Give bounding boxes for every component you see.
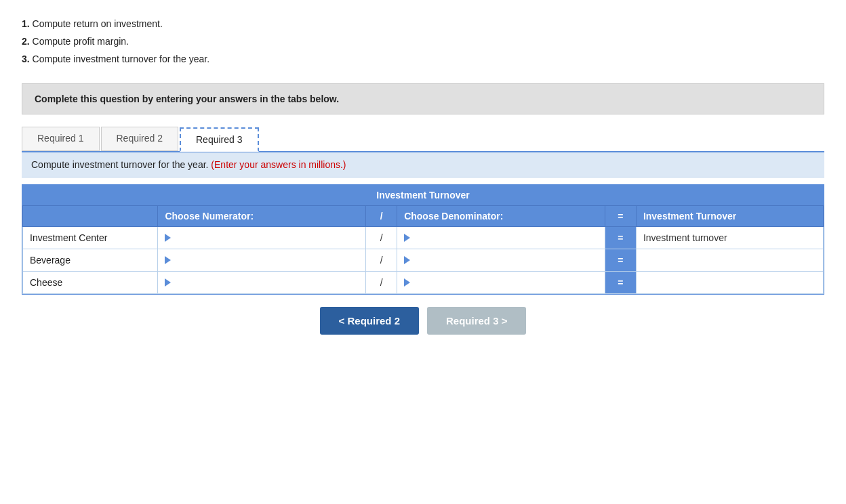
denominator-input-investment-center[interactable] xyxy=(413,231,598,245)
table-header-row: Choose Numerator: / Choose Denominator: … xyxy=(23,206,824,227)
equals-beverage: = xyxy=(605,249,636,272)
numerator-cell-investment-center[interactable] xyxy=(158,227,366,249)
slash-beverage: / xyxy=(366,249,397,272)
numerator-input-investment-center[interactable] xyxy=(174,231,359,245)
col-header-slash: / xyxy=(366,206,397,227)
numerator-input-beverage[interactable] xyxy=(174,253,359,267)
triangle-icon xyxy=(404,256,410,264)
col-header-numerator: Choose Numerator: xyxy=(158,206,366,227)
table-row: Beverage / = xyxy=(23,249,824,272)
col-header-equals: = xyxy=(605,206,636,227)
instructions: 1. Compute return on investment.2. Compu… xyxy=(22,16,824,67)
next-button[interactable]: Required 3 > xyxy=(427,307,526,335)
tabs-container: Required 1 Required 2 Required 3 xyxy=(22,127,824,152)
denominator-cell-cheese[interactable] xyxy=(397,272,605,294)
col-header-denominator: Choose Denominator: xyxy=(397,206,605,227)
col-header-result: Investment Turnover xyxy=(636,206,823,227)
result-beverage xyxy=(636,249,823,272)
triangle-icon xyxy=(165,234,171,242)
row-label-beverage: Beverage xyxy=(23,249,158,272)
investment-turnover-table: Choose Numerator: / Choose Denominator: … xyxy=(22,205,824,294)
row-label-cheese: Cheese xyxy=(23,272,158,294)
equals-cheese: = xyxy=(605,272,636,294)
tab-required1[interactable]: Required 1 xyxy=(22,127,100,151)
triangle-icon xyxy=(165,278,171,287)
triangle-icon xyxy=(404,234,410,242)
prev-button[interactable]: < Required 2 xyxy=(320,307,419,335)
tab-required3[interactable]: Required 3 xyxy=(180,127,259,152)
row-label-investment-center: Investment Center xyxy=(23,227,158,249)
numerator-cell-beverage[interactable] xyxy=(158,249,366,272)
denominator-cell-beverage[interactable] xyxy=(397,249,605,272)
numerator-cell-cheese[interactable] xyxy=(158,272,366,294)
complete-banner: Complete this question by entering your … xyxy=(22,83,824,114)
triangle-icon xyxy=(165,256,171,264)
denominator-input-cheese[interactable] xyxy=(413,276,598,289)
result-cheese xyxy=(636,272,823,294)
table-row: Cheese / = xyxy=(23,272,824,294)
table-title: Investment Turnover xyxy=(22,185,824,205)
buttons-row: < Required 2 Required 3 > xyxy=(22,307,824,335)
table-body: Investment Center / = Investment turnove… xyxy=(23,227,824,294)
triangle-icon xyxy=(404,278,410,287)
slash-cheese: / xyxy=(366,272,397,294)
denominator-input-beverage[interactable] xyxy=(413,253,598,267)
slash-investment-center: / xyxy=(366,227,397,249)
equals-investment-center: = xyxy=(605,227,636,249)
col-header-label xyxy=(23,206,158,227)
denominator-cell-investment-center[interactable] xyxy=(397,227,605,249)
tab-required2[interactable]: Required 2 xyxy=(101,127,179,151)
table-wrapper: Investment Turnover Choose Numerator: / … xyxy=(22,184,824,295)
section-description: Compute investment turnover for the year… xyxy=(22,152,824,177)
result-investment-center: Investment turnover xyxy=(636,227,823,249)
table-row: Investment Center / = Investment turnove… xyxy=(23,227,824,249)
numerator-input-cheese[interactable] xyxy=(174,276,359,289)
